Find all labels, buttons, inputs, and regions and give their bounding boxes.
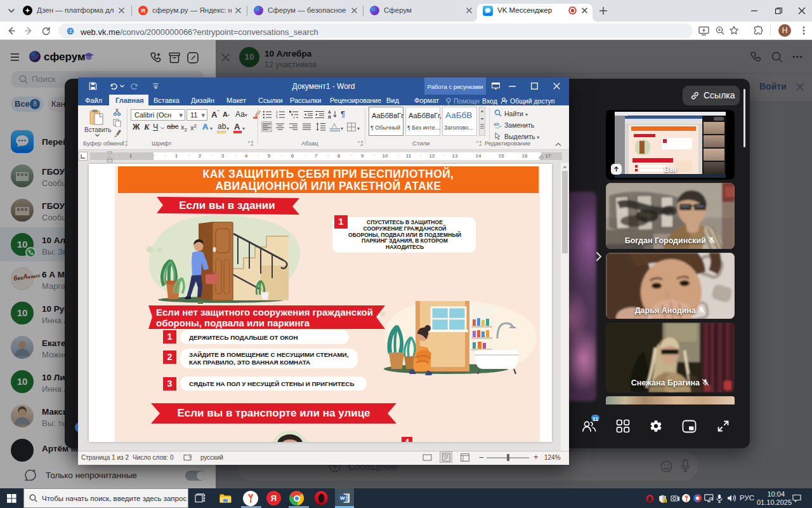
- svg-text:Я: Я: [141, 7, 145, 14]
- svg-text:!: !: [664, 499, 665, 503]
- svg-text:3: 3: [276, 117, 278, 119]
- svg-text:W: W: [340, 495, 345, 501]
- svg-text:Я: Я: [328, 115, 331, 119]
- svg-text:А: А: [328, 110, 331, 114]
- svg-text:ab: ab: [494, 121, 499, 127]
